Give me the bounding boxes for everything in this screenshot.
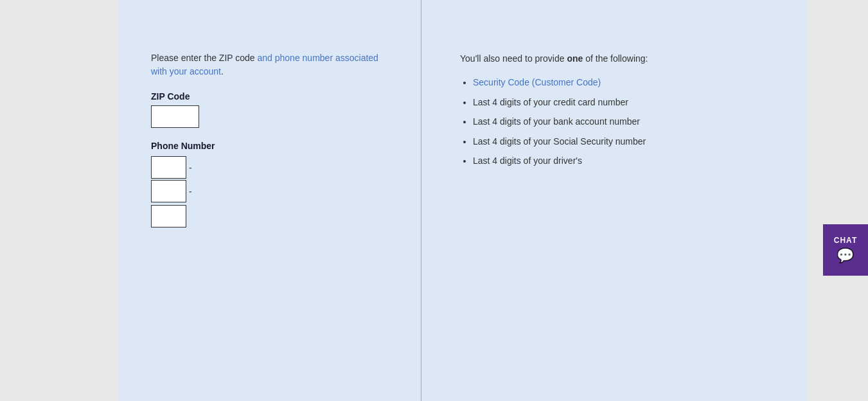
phone-row-1: - (151, 156, 389, 179)
security-code-link[interactable]: Security Code (Customer Code) (473, 77, 601, 87)
info-intro: You'll also need to provide one of the f… (460, 51, 781, 66)
form-section: Please enter the ZIP code and phone numb… (119, 0, 421, 401)
zip-input[interactable] (151, 105, 199, 128)
phone-section: Phone Number - - (151, 141, 389, 229)
phone-separator-1: - (189, 163, 192, 173)
phone-label: Phone Number (151, 141, 389, 151)
main-content: Please enter the ZIP code and phone numb… (119, 0, 807, 401)
zip-label: ZIP Code (151, 91, 389, 102)
phone-input-line[interactable] (151, 205, 186, 227)
phone-row-3 (151, 204, 389, 227)
chat-label: CHAT (834, 236, 857, 245)
phone-row-2: - (151, 180, 389, 202)
phone-input-prefix[interactable] (151, 180, 186, 202)
right-sidebar (807, 0, 868, 401)
intro-blue-text: and phone number associated with your ac… (151, 53, 378, 76)
list-item: Security Code (Customer Code) (473, 75, 781, 89)
list-item: Last 4 digits of your Social Security nu… (473, 134, 781, 148)
chat-button[interactable]: CHAT 💬 (823, 224, 868, 276)
phone-fields: - - (151, 156, 389, 229)
chat-icon: 💬 (837, 247, 855, 264)
phone-input-area[interactable] (151, 156, 186, 179)
intro-text: Please enter the ZIP code and phone numb… (151, 51, 389, 78)
left-sidebar (0, 0, 119, 401)
list-item: Last 4 digits of your bank account numbe… (473, 114, 781, 129)
info-list: Security Code (Customer Code) Last 4 dig… (460, 75, 781, 168)
info-intro-bold: one (567, 53, 583, 64)
list-item: Last 4 digits of your credit card number (473, 95, 781, 109)
phone-separator-2: - (189, 186, 192, 197)
info-section: You'll also need to provide one of the f… (421, 0, 807, 401)
list-item: Last 4 digits of your driver's (473, 154, 781, 168)
